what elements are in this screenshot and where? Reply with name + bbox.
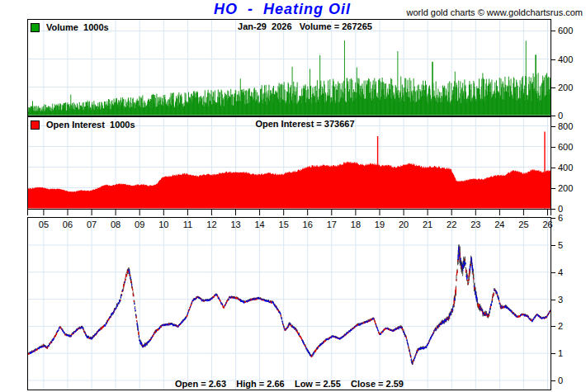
y-axis-tick — [551, 272, 555, 273]
x-axis-year-label: 19 — [369, 220, 390, 229]
volume-latest-readout: Jan-29 2026 Volume = 267265 — [238, 21, 372, 31]
open-interest-latest-readout: Open Interest = 373667 — [255, 119, 354, 129]
y-axis-tick — [551, 245, 555, 246]
y-axis-tick-label: 800 — [558, 121, 573, 131]
y-axis-tick-label: 5 — [558, 240, 563, 250]
y-axis-tick-label: 600 — [558, 26, 573, 35]
y-axis-tick — [551, 126, 555, 127]
y-axis-tick-label: 400 — [558, 54, 573, 64]
y-axis-tick — [551, 59, 555, 60]
open-interest-legend-swatch — [31, 120, 40, 130]
volume-panel: Volume 1000s Jan-29 2026 Volume = 267265 — [27, 19, 551, 116]
x-axis-year-label: 12 — [201, 220, 222, 229]
x-axis-year-label: 14 — [249, 220, 271, 229]
x-axis-year-label: 11 — [177, 220, 198, 229]
x-axis-year-label: 08 — [105, 220, 126, 229]
y-axis-tick-label: 600 — [558, 142, 573, 152]
y-axis-tick — [551, 168, 555, 168]
price-panel: Open = 2.63 High = 2.66 Low = 2.55 Close… — [27, 217, 551, 390]
x-axis-year-label: 09 — [129, 220, 150, 229]
y-axis-tick — [551, 209, 555, 210]
open-interest-legend: Open Interest 1000s — [31, 120, 135, 130]
copyright-text: world gold charts © www.goldchartsrus.co… — [406, 7, 583, 17]
x-axis-year-label: 20 — [393, 220, 414, 229]
y-axis-tick-label: 2 — [558, 321, 563, 331]
y-axis-tick — [551, 147, 555, 148]
y-axis-tick-label: 0 — [558, 111, 563, 120]
x-axis-year-label: 06 — [57, 220, 78, 229]
y-axis-tick-label: 3 — [558, 295, 563, 305]
x-axis-year-label: 16 — [297, 220, 319, 229]
x-axis-year-label: 25 — [513, 220, 534, 229]
x-axis-year-label: 13 — [225, 220, 247, 229]
open-interest-panel: Open Interest 1000s Open Interest = 3736… — [27, 116, 551, 210]
x-axis-year-label: 26 — [537, 220, 559, 229]
x-axis-year-label: 15 — [273, 220, 295, 229]
heating-oil-chart-page: HO - Heating Oil world gold charts © www… — [0, 0, 586, 392]
x-axis-tick-strip — [27, 210, 551, 215]
x-axis-year-label: 10 — [153, 220, 174, 229]
volume-chart-canvas — [28, 20, 551, 116]
y-axis-tick — [551, 87, 555, 88]
volume-legend-swatch — [31, 23, 40, 32]
x-axis-year-label: 05 — [33, 220, 54, 229]
y-axis-tick-label: 4 — [558, 267, 563, 277]
open-interest-legend-label: Open Interest 1000s — [46, 120, 135, 130]
y-axis-tick — [551, 31, 555, 31]
x-axis-year-label: 24 — [489, 220, 510, 229]
y-axis-tick — [551, 188, 555, 189]
x-axis-year-label: 23 — [465, 220, 486, 229]
y-axis-tick-label: 1 — [558, 348, 563, 358]
y-axis-tick — [551, 218, 555, 219]
volume-legend: Volume 1000s — [31, 22, 109, 32]
x-axis-year-label: 18 — [345, 220, 366, 229]
x-axis-year-label: 07 — [81, 220, 102, 229]
y-axis-tick-label: 400 — [558, 163, 573, 172]
y-axis-tick-label: 200 — [558, 83, 573, 92]
y-axis-tick — [551, 326, 555, 327]
page-title: HO - Heating Oil — [214, 1, 351, 18]
price-chart-canvas — [28, 218, 551, 390]
x-axis-year-label: 22 — [441, 220, 462, 229]
y-axis-tick — [551, 116, 555, 116]
y-axis-tick-label: 200 — [558, 183, 573, 193]
price-ohlc-readout: Open = 2.63 High = 2.66 Low = 2.55 Close… — [175, 379, 404, 389]
y-axis-tick-label: 6 — [558, 213, 563, 223]
y-axis-tick — [551, 380, 555, 381]
x-axis-ticks — [28, 210, 551, 215]
volume-legend-label: Volume 1000s — [46, 22, 109, 32]
open-interest-chart-canvas — [28, 117, 551, 209]
y-axis-tick — [551, 300, 555, 300]
x-axis-year-label: 21 — [417, 220, 438, 229]
y-axis-tick — [551, 353, 555, 354]
x-axis-year-label: 17 — [321, 220, 343, 229]
y-axis-tick-label: 0 — [558, 375, 563, 385]
